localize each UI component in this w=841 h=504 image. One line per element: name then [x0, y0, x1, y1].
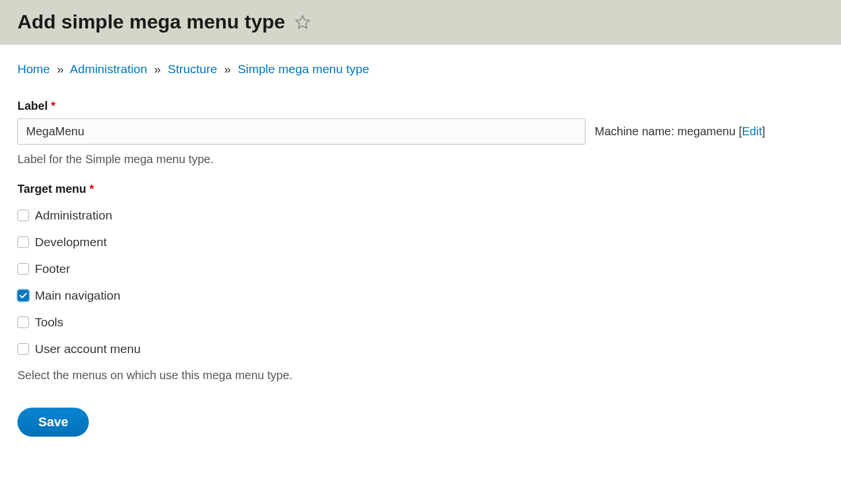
- checkbox-item-user-account-menu[interactable]: User account menu: [17, 342, 824, 356]
- checkbox-main-navigation[interactable]: [17, 290, 29, 301]
- required-asterisk-icon: *: [51, 99, 56, 112]
- target-menu-label-text: Target menu: [17, 182, 87, 195]
- page-title: Add simple mega menu type: [17, 10, 285, 33]
- header-bar: Add simple mega menu type: [0, 0, 841, 45]
- breadcrumb-administration[interactable]: Administration: [70, 62, 147, 75]
- target-menu-checkbox-group: Administration Development Footer Main n…: [17, 208, 824, 356]
- checkbox-development[interactable]: [17, 236, 29, 248]
- checkbox-label[interactable]: Administration: [35, 208, 112, 222]
- breadcrumb-separator: »: [57, 62, 64, 75]
- check-icon: [19, 291, 27, 300]
- label-text: Label: [17, 99, 48, 112]
- checkbox-tools[interactable]: [17, 316, 29, 328]
- machine-name-value: megamenu: [677, 125, 735, 138]
- label-description: Label for the Simple mega menu type.: [17, 153, 824, 166]
- breadcrumb-simple-mega-menu-type[interactable]: Simple mega menu type: [238, 62, 369, 75]
- required-asterisk-icon: *: [89, 182, 94, 195]
- breadcrumb-structure[interactable]: Structure: [168, 62, 217, 75]
- checkbox-label[interactable]: Development: [35, 235, 107, 249]
- checkbox-label[interactable]: Tools: [35, 315, 63, 329]
- breadcrumb: Home » Administration » Structure » Simp…: [17, 62, 824, 76]
- checkbox-label[interactable]: Main navigation: [35, 289, 120, 303]
- label-form-item: Label * Machine name: megamenu [Edit] La…: [17, 99, 824, 166]
- checkbox-item-tools[interactable]: Tools: [17, 315, 824, 329]
- checkbox-label[interactable]: Footer: [35, 262, 70, 276]
- checkbox-footer[interactable]: [17, 263, 29, 275]
- checkbox-user-account-menu[interactable]: [17, 343, 29, 355]
- checkbox-label[interactable]: User account menu: [35, 342, 141, 356]
- machine-name-prefix: Machine name:: [595, 125, 677, 138]
- checkbox-item-development[interactable]: Development: [17, 235, 824, 249]
- bracket-open: [: [735, 125, 742, 138]
- breadcrumb-separator: »: [154, 62, 161, 75]
- bracket-close: ]: [762, 125, 765, 138]
- checkbox-administration[interactable]: [17, 210, 29, 221]
- breadcrumb-separator: »: [224, 62, 231, 75]
- star-icon[interactable]: [294, 14, 311, 30]
- target-menu-label: Target menu *: [17, 182, 824, 196]
- breadcrumb-home[interactable]: Home: [17, 62, 50, 75]
- machine-name-edit-link[interactable]: Edit: [742, 125, 761, 138]
- checkbox-item-main-navigation[interactable]: Main navigation: [17, 289, 824, 303]
- content-area: Home » Administration » Structure » Simp…: [0, 45, 841, 454]
- target-menu-form-item: Target menu * Administration Development: [17, 182, 824, 382]
- target-menu-description: Select the menus on which use this mega …: [17, 369, 824, 382]
- machine-name-display: Machine name: megamenu [Edit]: [595, 125, 765, 138]
- label-field-label: Label *: [17, 99, 824, 113]
- checkbox-item-administration[interactable]: Administration: [17, 208, 824, 222]
- save-button[interactable]: Save: [17, 408, 89, 437]
- label-input-row: Machine name: megamenu [Edit]: [17, 118, 824, 145]
- checkbox-item-footer[interactable]: Footer: [17, 262, 824, 276]
- label-input[interactable]: [17, 118, 585, 145]
